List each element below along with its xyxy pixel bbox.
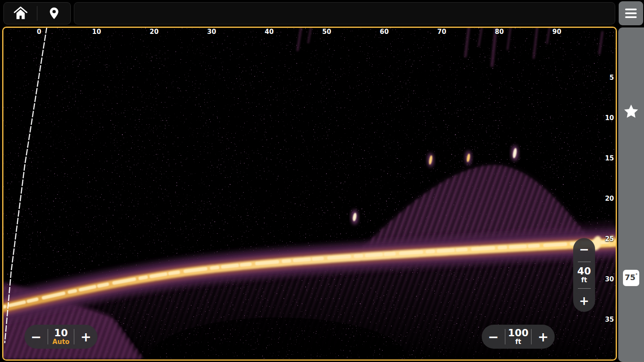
depth-range-control: − 40 ft +: [573, 238, 595, 312]
pill-divider: [578, 288, 591, 289]
sensitivity-value: 10: [54, 328, 68, 338]
favorites-button[interactable]: [623, 103, 639, 120]
side-toolbar: 75°: [618, 27, 644, 362]
depth-decrease-button[interactable]: −: [573, 240, 595, 259]
home-button[interactable]: [4, 3, 37, 24]
temperature-badge: 75°: [623, 270, 639, 286]
range-value: 100: [508, 328, 529, 338]
star-icon: [623, 103, 639, 120]
sensitivity-decrease-button[interactable]: −: [24, 325, 48, 349]
temperature-value: 75: [625, 273, 635, 282]
range-increase-button[interactable]: +: [532, 325, 555, 349]
sonar-view[interactable]: [2, 27, 617, 361]
info-bar[interactable]: [74, 2, 615, 24]
sensitivity-increase-button[interactable]: +: [74, 325, 97, 349]
sensitivity-mode-label: Auto: [52, 339, 70, 345]
pill-divider: [578, 262, 591, 262]
range-decrease-button[interactable]: −: [482, 325, 505, 349]
depth-increase-button[interactable]: +: [573, 291, 595, 310]
sensitivity-value-display: 10 Auto: [48, 328, 74, 345]
range-value-display: 100 ft: [505, 328, 531, 345]
depth-value-display: 40 ft: [577, 265, 591, 285]
degree-symbol: °: [635, 273, 638, 278]
sonar-image: [3, 28, 616, 359]
range-control: − 100 ft +: [482, 325, 555, 349]
depth-value: 40: [577, 266, 591, 276]
menu-button[interactable]: [619, 1, 643, 25]
fishfinder-screen: { "toolbar": { "home_icon": "home", "way…: [0, 0, 644, 362]
map-pin-icon: [47, 6, 61, 20]
nav-button-group: [3, 2, 71, 24]
depth-unit-label: ft: [581, 277, 587, 284]
waypoint-button[interactable]: [37, 3, 70, 24]
range-unit-label: ft: [515, 339, 521, 345]
sensitivity-control: − 10 Auto +: [24, 325, 97, 349]
home-icon: [13, 6, 28, 21]
